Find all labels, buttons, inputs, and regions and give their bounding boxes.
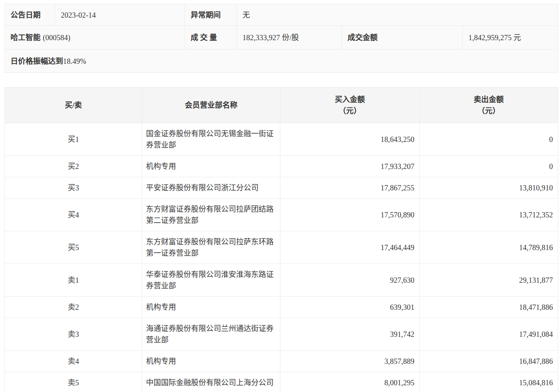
buy-amount-cell: 391,742 bbox=[280, 318, 420, 351]
header-side: 买/卖 bbox=[5, 87, 142, 123]
branch-name-cell: 机构专用 bbox=[142, 156, 280, 177]
buy-amount-cell: 17,464,449 bbox=[280, 231, 420, 264]
broker-table: 买/卖 会员营业部名称 买入金额 （元） 卖出金额 （元） 买1 国金证券股份有… bbox=[5, 87, 558, 392]
table-row: 买2 机构专用 17,933,207 0 bbox=[5, 156, 558, 177]
header-branch-name: 会员营业部名称 bbox=[142, 87, 280, 123]
buy-amount-cell: 8,001,295 bbox=[280, 372, 420, 392]
table-row: 卖5 中国国际金融股份有限公司上海分公司 8,001,295 15,084,81… bbox=[5, 372, 558, 392]
branch-name-cell: 东方财富证券股份有限公司拉萨团结路第二证券营业部 bbox=[142, 199, 280, 231]
header-sell-amount: 卖出金额 （元） bbox=[420, 87, 558, 123]
broker-table-header: 买/卖 会员营业部名称 买入金额 （元） 卖出金额 （元） bbox=[5, 87, 558, 123]
abnormal-period-value: 无 bbox=[237, 4, 558, 26]
header-buy-amount-line1: 买入金额 bbox=[283, 94, 417, 105]
branch-name-cell: 机构专用 bbox=[142, 351, 280, 372]
header-sell-amount-line1: 卖出金额 bbox=[422, 94, 555, 105]
buy-amount-cell: 927,630 bbox=[280, 264, 420, 297]
stock-name: 哈工智能 bbox=[11, 33, 41, 42]
table-row: 买1 国金证券股份有限公司无锡金融一街证券营业部 18,643,250 0 bbox=[5, 123, 558, 156]
sell-amount-cell: 16,847,886 bbox=[420, 351, 558, 372]
table-row: 买5 东方财富证券股份有限公司拉萨东环路第一证券营业部 17,464,449 1… bbox=[5, 231, 558, 264]
stock-code: (000584) bbox=[43, 33, 70, 42]
summary-table: 公告日期 2023-02-14 异常期间 无 哈工智能(000584) 成 交 … bbox=[5, 4, 558, 73]
sell-amount-cell: 29,131,877 bbox=[420, 264, 558, 297]
side-cell: 买2 bbox=[5, 156, 142, 177]
amplitude-value: 18.49% bbox=[63, 57, 86, 65]
page: 公告日期 2023-02-14 异常期间 无 哈工智能(000584) 成 交 … bbox=[0, 0, 560, 392]
table-row: 买4 东方财富证券股份有限公司拉萨团结路第二证券营业部 17,570,890 1… bbox=[5, 199, 558, 231]
branch-name-cell: 东方财富证券股份有限公司拉萨东环路第一证券营业部 bbox=[142, 231, 280, 264]
sell-amount-cell: 15,084,816 bbox=[420, 372, 558, 392]
branch-name-cell: 机构专用 bbox=[142, 297, 280, 318]
turnover-value: 1,842,959,275 元 bbox=[463, 26, 558, 50]
table-row: 卖4 机构专用 3,857,889 16,847,886 bbox=[5, 351, 558, 372]
branch-name-cell: 平安证券股份有限公司浙江分公司 bbox=[142, 177, 280, 199]
table-row: 卖3 海通证券股份有限公司兰州通达街证券营业部 391,742 17,491,0… bbox=[5, 318, 558, 351]
announce-date-label: 公告日期 bbox=[5, 4, 55, 26]
branch-name-cell: 海通证券股份有限公司兰州通达街证券营业部 bbox=[142, 318, 280, 351]
header-sell-amount-unit: （元） bbox=[422, 105, 555, 116]
side-cell: 卖1 bbox=[5, 264, 142, 297]
table-row: 卖1 华泰证券股份有限公司淮安淮海东路证券营业部 927,630 29,131,… bbox=[5, 264, 558, 297]
stock-cell: 哈工智能(000584) bbox=[5, 26, 185, 50]
sell-amount-cell: 0 bbox=[420, 156, 558, 177]
table-row: 卖2 机构专用 639,301 18,471,886 bbox=[5, 297, 558, 318]
turnover-label: 成交金额 bbox=[342, 26, 463, 50]
summary-row-date: 公告日期 2023-02-14 异常期间 无 bbox=[5, 4, 558, 26]
sell-amount-cell: 13,712,352 bbox=[420, 199, 558, 231]
sell-amount-cell: 14,789,816 bbox=[420, 231, 558, 264]
side-cell: 买1 bbox=[5, 123, 142, 156]
volume-value: 182,333,927 份/股 bbox=[237, 26, 342, 50]
header-buy-amount: 买入金额 （元） bbox=[280, 87, 420, 123]
header-buy-amount-unit: （元） bbox=[283, 105, 417, 116]
side-cell: 买5 bbox=[5, 231, 142, 264]
buy-amount-cell: 17,933,207 bbox=[280, 156, 420, 177]
broker-table-body: 买1 国金证券股份有限公司无锡金融一街证券营业部 18,643,250 0 买2… bbox=[5, 123, 558, 392]
side-cell: 卖2 bbox=[5, 297, 142, 318]
sell-amount-cell: 18,471,886 bbox=[420, 297, 558, 318]
branch-name-cell: 华泰证券股份有限公司淮安淮海东路证券营业部 bbox=[142, 264, 280, 297]
announce-date-value: 2023-02-14 bbox=[55, 4, 185, 26]
buy-amount-cell: 3,857,889 bbox=[280, 351, 420, 372]
buy-amount-cell: 18,643,250 bbox=[280, 123, 420, 156]
branch-name-cell: 国金证券股份有限公司无锡金融一街证券营业部 bbox=[142, 123, 280, 156]
summary-row-stock: 哈工智能(000584) 成 交 量 182,333,927 份/股 成交金额 … bbox=[5, 26, 558, 50]
branch-name-cell: 中国国际金融股份有限公司上海分公司 bbox=[142, 372, 280, 392]
amplitude-label: 日价格振幅达到 bbox=[11, 57, 63, 65]
volume-label: 成 交 量 bbox=[185, 26, 237, 50]
side-cell: 卖5 bbox=[5, 372, 142, 392]
table-row: 买3 平安证券股份有限公司浙江分公司 17,867,255 13,810,910 bbox=[5, 177, 558, 199]
sell-amount-cell: 0 bbox=[420, 123, 558, 156]
sell-amount-cell: 17,491,084 bbox=[420, 318, 558, 351]
buy-amount-cell: 17,570,890 bbox=[280, 199, 420, 231]
amplitude-cell: 日价格振幅达到18.49% bbox=[5, 50, 558, 73]
side-cell: 买3 bbox=[5, 177, 142, 199]
side-cell: 买4 bbox=[5, 199, 142, 231]
side-cell: 卖3 bbox=[5, 318, 142, 351]
abnormal-period-label: 异常期间 bbox=[185, 4, 237, 26]
buy-amount-cell: 17,867,255 bbox=[280, 177, 420, 199]
buy-amount-cell: 639,301 bbox=[280, 297, 420, 318]
summary-row-amplitude: 日价格振幅达到18.49% bbox=[5, 50, 558, 73]
side-cell: 卖4 bbox=[5, 351, 142, 372]
sell-amount-cell: 13,810,910 bbox=[420, 177, 558, 199]
